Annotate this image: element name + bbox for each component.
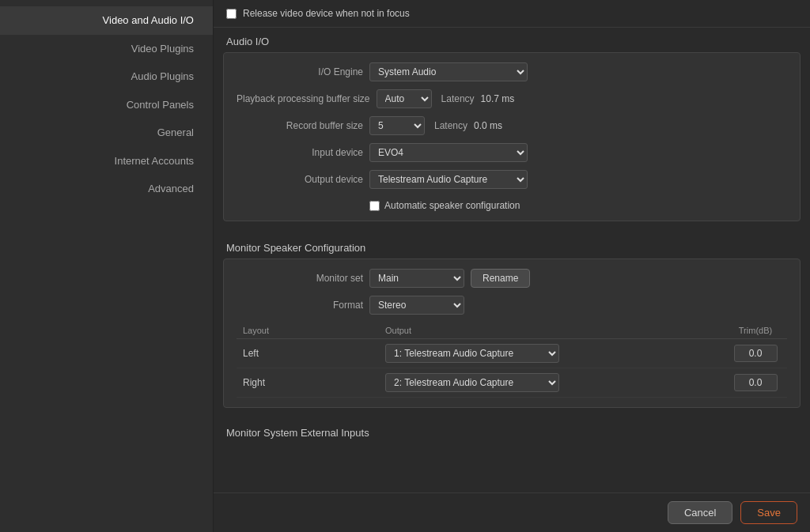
input-device-select[interactable]: EVO4 (369, 143, 528, 162)
sidebar-item-control-panels[interactable]: Control Panels (0, 91, 213, 119)
io-engine-select[interactable]: System Audio (369, 62, 528, 81)
playback-buffer-row: Playback processing buffer size Auto Lat… (237, 89, 787, 108)
monitor-set-select[interactable]: Main (369, 269, 464, 288)
speaker-trim-cell (724, 339, 787, 368)
trim-input[interactable] (734, 374, 778, 391)
record-buffer-row: Record buffer size 5 Latency 0.0 ms (237, 116, 787, 135)
record-latency-value: 0.0 ms (474, 120, 502, 131)
format-select[interactable]: Stereo (369, 296, 464, 315)
input-device-row: Input device EVO4 (237, 143, 787, 162)
auto-speaker-checkbox-row: Automatic speaker configuration (369, 200, 520, 211)
audio-io-section: Audio I/O I/O Engine System Audio Playba… (223, 28, 801, 221)
record-latency-label: Latency (434, 120, 467, 131)
main-content: Release video device when not in focus A… (214, 0, 810, 532)
speaker-output-cell: 2: Telestream Audio Capture (379, 368, 724, 398)
col-layout-header: Layout (237, 323, 379, 339)
rename-button[interactable]: Rename (471, 269, 530, 288)
sidebar-item-video-plugins[interactable]: Video Plugins (0, 35, 213, 63)
content-area: Audio I/O I/O Engine System Audio Playba… (214, 28, 810, 492)
speaker-table-row: Right2: Telestream Audio Capture (237, 368, 787, 398)
speaker-output-select[interactable]: 1: Telestream Audio Capture (385, 344, 559, 363)
auto-speaker-row: Automatic speaker configuration (237, 197, 787, 211)
speaker-layout-cell: Left (237, 339, 379, 368)
sidebar: Video and Audio I/O Video Plugins Audio … (0, 0, 214, 532)
monitor-set-row: Monitor set Main Rename (237, 269, 787, 288)
output-device-label: Output device (237, 174, 363, 185)
save-button[interactable]: Save (740, 501, 797, 524)
speaker-table-row: Left1: Telestream Audio Capture (237, 339, 787, 368)
audio-io-box: I/O Engine System Audio Playback process… (223, 52, 801, 221)
release-video-checkbox[interactable] (226, 9, 237, 19)
playback-label: Playback processing buffer size (237, 93, 370, 104)
monitor-speaker-title: Monitor Speaker Configuration (223, 234, 801, 258)
sidebar-item-internet-accounts[interactable]: Internet Accounts (0, 147, 213, 175)
col-output-header: Output (379, 323, 724, 339)
trim-input[interactable] (734, 345, 778, 362)
sidebar-item-advanced[interactable]: Advanced (0, 175, 213, 203)
monitor-speaker-box: Monitor set Main Rename Format Stereo (223, 258, 801, 408)
output-device-select[interactable]: Telestream Audio Capture (369, 170, 528, 189)
auto-speaker-checkbox[interactable] (369, 201, 380, 211)
playback-select[interactable]: Auto (377, 89, 432, 108)
speaker-layout-cell: Right (237, 368, 379, 398)
playback-latency-label: Latency (441, 93, 475, 104)
bottom-bar: Cancel Save (214, 492, 810, 532)
record-label: Record buffer size (237, 120, 363, 131)
monitor-external-section: Monitor System External Inputs (223, 421, 801, 442)
record-select[interactable]: 5 (369, 116, 425, 135)
monitor-external-title: Monitor System External Inputs (223, 421, 801, 442)
input-device-label: Input device (237, 147, 363, 158)
monitor-speaker-section: Monitor Speaker Configuration Monitor se… (223, 234, 801, 408)
speaker-output-cell: 1: Telestream Audio Capture (379, 339, 724, 368)
speaker-trim-cell (724, 368, 787, 398)
io-engine-row: I/O Engine System Audio (237, 62, 787, 81)
audio-io-title: Audio I/O (223, 28, 801, 52)
cancel-button[interactable]: Cancel (668, 501, 732, 524)
output-device-row: Output device Telestream Audio Capture (237, 170, 787, 189)
format-label: Format (237, 300, 363, 311)
playback-latency-value: 10.7 ms (481, 93, 515, 104)
io-engine-label: I/O Engine (237, 66, 363, 77)
sidebar-item-video-audio-io[interactable]: Video and Audio I/O (0, 6, 213, 35)
speaker-output-select[interactable]: 2: Telestream Audio Capture (385, 373, 559, 392)
col-trim-header: Trim(dB) (724, 323, 787, 339)
sidebar-item-audio-plugins[interactable]: Audio Plugins (0, 62, 213, 91)
auto-speaker-label: Automatic speaker configuration (384, 200, 520, 211)
monitor-set-label: Monitor set (237, 273, 363, 284)
speaker-table: Layout Output Trim(dB) Left1: Telestream… (237, 323, 787, 398)
format-row: Format Stereo (237, 296, 787, 315)
top-bar: Release video device when not in focus (214, 0, 810, 28)
release-video-label: Release video device when not in focus (243, 8, 410, 19)
sidebar-item-general[interactable]: General (0, 119, 213, 147)
